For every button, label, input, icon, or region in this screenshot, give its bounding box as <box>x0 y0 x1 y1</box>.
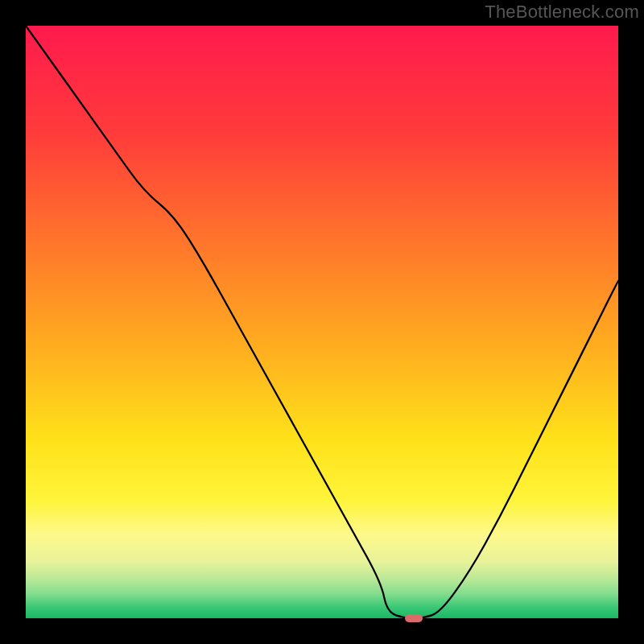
bottleneck-chart <box>26 26 618 618</box>
optimal-point-marker <box>405 614 423 622</box>
bottleneck-curve <box>26 26 618 618</box>
watermark-text: TheBottleneck.com <box>485 2 639 23</box>
